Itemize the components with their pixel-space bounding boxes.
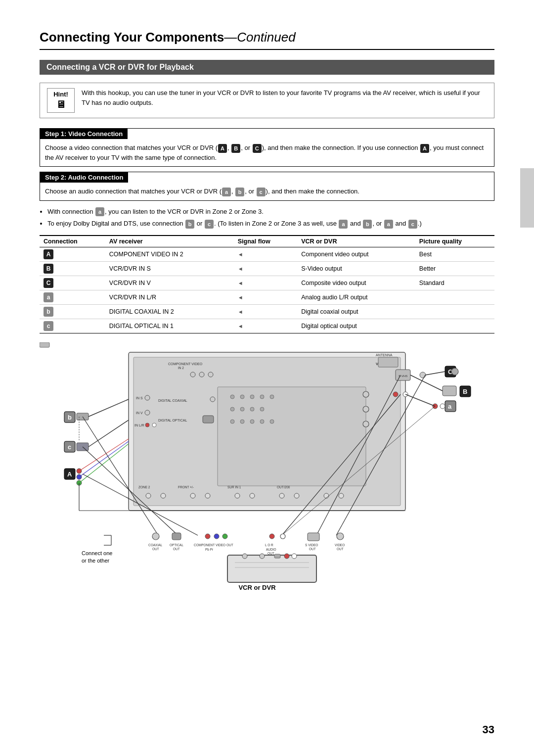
svg-rect-15: [203, 416, 214, 423]
svg-point-56: [145, 423, 149, 427]
svg-point-30: [260, 420, 264, 424]
svg-rect-50: [378, 357, 398, 367]
col-signal-flow: Signal flow: [234, 236, 298, 247]
svg-point-47: [324, 493, 329, 498]
col-av-receiver: AV receiver: [105, 236, 234, 247]
list-item: To enjoy Dolby Digital and DTS, use conn…: [47, 219, 494, 229]
section-header: Connecting a VCR or DVR for Playback: [40, 60, 494, 75]
step2-title: Step 2: Audio Connection: [40, 172, 128, 183]
svg-text:IN L/R: IN L/R: [134, 424, 144, 427]
step1-title: Step 1: Video Connection: [40, 129, 128, 139]
svg-point-13: [210, 397, 215, 402]
svg-text:VIDEO: VIDEO: [335, 543, 345, 547]
badge-c: c: [257, 188, 266, 196]
svg-text:AUDIO: AUDIO: [266, 548, 276, 551]
table-row: A COMPONENT VIDEO IN 2 ◄ Component video…: [40, 247, 494, 262]
svg-text:SUR IN 1: SUR IN 1: [227, 485, 241, 489]
svg-text:COMPONENT VIDEO OUT: COMPONENT VIDEO OUT: [194, 543, 233, 547]
svg-point-11: [393, 392, 398, 397]
page-number: 33: [483, 723, 494, 736]
svg-text:OUT: OUT: [152, 547, 159, 551]
svg-text:L  O  R: L O R: [265, 543, 273, 547]
svg-rect-109: [172, 533, 181, 540]
svg-point-118: [280, 534, 285, 539]
svg-point-117: [269, 534, 274, 539]
svg-text:DIGITAL OPTICAL: DIGITAL OPTICAL: [158, 419, 187, 422]
svg-point-24: [240, 407, 244, 411]
svg-point-10: [420, 372, 426, 378]
step2-box: Step 2: Audio Connection Choose an audio…: [40, 172, 494, 201]
svg-point-32: [363, 391, 369, 397]
svg-point-6: [208, 372, 213, 377]
svg-text:IN 2: IN 2: [178, 366, 184, 370]
svg-point-103: [284, 554, 289, 559]
step1-content: Choose a video connection that matches y…: [40, 139, 494, 166]
badge-A2: A: [420, 144, 429, 153]
svg-point-69: [440, 404, 445, 409]
side-tab: [520, 168, 534, 228]
svg-point-101: [260, 554, 265, 559]
svg-rect-17: [218, 387, 366, 486]
connect-one-label2: or the other: [82, 558, 110, 564]
connect-one-label: Connect one: [82, 550, 112, 556]
svg-point-114: [222, 534, 227, 539]
svg-text:COMPONENT VIDEO: COMPONENT VIDEO: [168, 362, 203, 366]
svg-line-70: [405, 394, 435, 406]
svg-point-46: [294, 493, 299, 498]
svg-text:OUT: OUT: [173, 547, 180, 551]
svg-rect-97: [227, 555, 316, 582]
step2-content: Choose an audio connection that matches …: [40, 183, 494, 200]
svg-point-4: [190, 372, 195, 377]
svg-point-48: [339, 493, 344, 498]
svg-point-27: [230, 420, 234, 424]
col-picture-quality: Picture quality: [415, 236, 494, 247]
table-row: c DIGITAL OPTICAL IN 1 ◄ Digital optical…: [40, 319, 494, 333]
svg-point-112: [205, 534, 210, 539]
svg-line-65: [410, 375, 443, 391]
hint-text: With this hookup, you can use the tuner …: [82, 88, 487, 107]
svg-point-34: [363, 421, 369, 427]
svg-text:OUT: OUT: [337, 547, 344, 551]
svg-rect-105: [274, 554, 280, 558]
svg-point-104: [292, 554, 297, 559]
svg-point-31: [270, 420, 274, 424]
svg-point-20: [250, 395, 254, 399]
svg-point-21: [260, 395, 264, 399]
svg-point-113: [214, 534, 219, 539]
page-title: Connecting Your Components—Continued: [40, 30, 494, 50]
svg-text:IN V: IN V: [136, 411, 143, 415]
svg-point-40: [161, 493, 166, 498]
bullet-list: With connection a, you can listen to the…: [47, 207, 494, 230]
svg-point-19: [240, 395, 244, 399]
hint-label: Hint! 🖥: [47, 88, 75, 113]
svg-rect-122: [308, 533, 319, 541]
badge-a: a: [222, 188, 231, 196]
svg-point-28: [240, 420, 244, 424]
svg-point-41: [190, 493, 195, 498]
badge-A: A: [218, 144, 227, 153]
step1-box: Step 1: Video Connection Choose a video …: [40, 128, 494, 167]
list-item: With connection a, you can listen to the…: [47, 207, 494, 217]
table-row: B VCR/DVR IN S ◄ S-Video output Better: [40, 262, 494, 276]
svg-text:Pb       Pr: Pb Pr: [205, 548, 214, 551]
svg-line-60: [425, 372, 445, 375]
svg-text:ANTENNA: ANTENNA: [376, 353, 393, 357]
svg-text:B: B: [463, 388, 467, 395]
col-vcr-dvr: VCR or DVR: [297, 236, 415, 247]
title-continued: —Continued: [224, 30, 296, 45]
svg-point-5: [199, 372, 204, 377]
svg-point-18: [230, 395, 234, 399]
svg-point-23: [230, 407, 234, 411]
svg-text:IN S: IN S: [136, 396, 143, 400]
connection-table: Connection AV receiver Signal flow VCR o…: [40, 235, 494, 333]
tv-icon: 🖥: [56, 99, 66, 110]
svg-text:DIGITAL COAXIAL: DIGITAL COAXIAL: [158, 399, 187, 402]
title-main: Connecting Your Components: [40, 30, 224, 45]
svg-point-125: [337, 533, 344, 540]
badge-C: C: [253, 144, 262, 153]
svg-point-106: [152, 533, 159, 540]
svg-text:COAXIAL: COAXIAL: [148, 543, 163, 547]
svg-point-39: [146, 493, 151, 498]
hint-box: Hint! 🖥 With this hookup, you can use th…: [40, 83, 494, 118]
svg-point-22: [270, 395, 274, 399]
